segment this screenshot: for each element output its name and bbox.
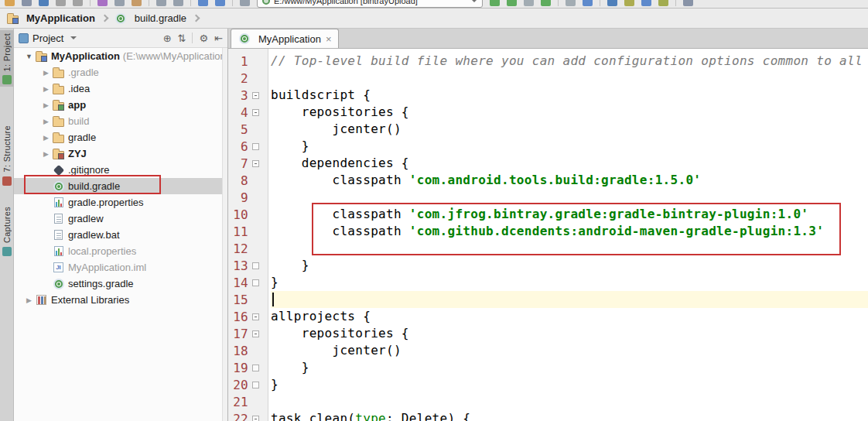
breadcrumb-item-project[interactable]: MyApplication [6, 12, 95, 25]
fold-end-icon[interactable] [252, 382, 259, 388]
code-line-8[interactable]: classpath 'com.android.tools.build:gradl… [271, 172, 868, 189]
fold-collapse-icon[interactable] [252, 92, 259, 99]
fold-collapse-icon[interactable] [252, 330, 259, 337]
code-line-12[interactable] [271, 240, 868, 257]
back-icon[interactable] [198, 0, 208, 6]
fold-collapse-icon[interactable] [252, 416, 259, 421]
expand-arrow-icon[interactable]: ▶ [23, 296, 35, 304]
tree-item-gradle[interactable]: ▶.gradle [14, 64, 227, 80]
tree-item-gradlew[interactable]: gradlew [14, 210, 227, 227]
code-line-13[interactable]: } [271, 257, 868, 274]
close-icon[interactable]: × [326, 34, 332, 44]
tree-item-gradlew-bat[interactable]: gradlew.bat [14, 227, 227, 243]
tool-window-button-captures[interactable]: Captures [0, 204, 14, 258]
tree-item-settings-gradle[interactable]: settings.gradle [14, 276, 227, 292]
fold-end-icon[interactable] [252, 262, 259, 269]
tool-window-button-7-structure[interactable]: 7: Structure [0, 122, 14, 187]
coverage-icon[interactable] [524, 0, 534, 6]
more-icon[interactable] [683, 0, 693, 6]
expand-arrow-icon[interactable]: ▶ [40, 101, 52, 109]
expand-arrow-icon[interactable]: ▶ [40, 150, 52, 158]
open-icon[interactable] [5, 0, 15, 6]
tree-item-gradle-properties[interactable]: gradle.properties [14, 194, 227, 210]
sync-icon[interactable] [39, 0, 49, 6]
run-configuration-dropdown[interactable]: E:/www/MyApplication [bintrayUpload] [257, 0, 483, 8]
save-all-icon[interactable] [22, 0, 32, 6]
fold-end-icon[interactable] [252, 279, 259, 286]
line-number: 3 [228, 88, 248, 103]
run-icon[interactable] [490, 0, 500, 6]
fold-collapse-icon[interactable] [252, 160, 259, 167]
code-line-2[interactable] [271, 70, 868, 87]
check-updates-icon[interactable] [607, 0, 617, 6]
expand-arrow-icon[interactable]: ▶ [40, 69, 52, 77]
sdk-manager-icon[interactable] [641, 0, 651, 6]
expand-arrow-icon[interactable]: ▶ [40, 118, 52, 125]
tree-item-gradle[interactable]: ▶gradle [14, 129, 227, 145]
tree-item-label: .idea [68, 83, 90, 94]
code-line-4[interactable]: repositories { [271, 104, 868, 121]
locate-icon[interactable]: ⊕ [163, 33, 172, 44]
line-numbers-icon[interactable] [240, 0, 250, 6]
tree-scrollbar[interactable] [222, 48, 227, 421]
tree-item-external-libraries[interactable]: ▶External Libraries [14, 292, 227, 308]
undo-icon[interactable] [56, 0, 66, 6]
code-line-3[interactable]: buildscript { [271, 87, 868, 104]
fold-end-icon[interactable] [252, 365, 259, 371]
collapse-all-icon[interactable]: ⇅ [178, 33, 186, 44]
tree-item-app[interactable]: ▶app [14, 97, 227, 113]
project-structure-icon[interactable] [583, 0, 593, 6]
code-editor[interactable]: // Top-level build file where you can ad… [268, 49, 868, 421]
expand-arrow-icon[interactable]: ▶ [40, 134, 52, 142]
code-line-7[interactable]: dependencies { [271, 155, 868, 172]
code-line-19[interactable]: } [271, 359, 868, 376]
code-line-20[interactable]: } [271, 376, 868, 393]
expand-arrow-icon[interactable]: ▶ [40, 85, 52, 93]
code-line-21[interactable] [271, 393, 868, 410]
collapse-arrow-icon[interactable]: ▼ [23, 53, 35, 60]
hide-panel-icon[interactable]: ⇤ [214, 33, 223, 44]
settings-gear-icon[interactable]: ⚙ [199, 33, 208, 44]
paste-icon[interactable] [132, 0, 142, 6]
debug-icon[interactable] [507, 0, 517, 6]
tree-item-build-gradle[interactable]: build.gradle [14, 178, 227, 194]
replace-icon[interactable] [173, 0, 183, 6]
fold-collapse-icon[interactable] [252, 313, 259, 320]
editor-tab-myapplication[interactable]: MyApplication × [231, 29, 339, 48]
code-line-10[interactable]: classpath 'com.jfrog.bintray.gradle:grad… [271, 206, 868, 223]
tree-item-gitignore[interactable]: .gitignore [14, 162, 227, 178]
tree-item-myapplication-iml[interactable]: JIMyApplication.iml [14, 259, 227, 276]
tool-window-button-1-project[interactable]: 1: Project [0, 30, 14, 87]
module-folder-green-icon [52, 99, 65, 111]
forward-icon[interactable] [215, 0, 225, 6]
gradle-sync-icon[interactable] [624, 0, 634, 6]
code-line-5[interactable]: jcenter() [271, 121, 868, 138]
tree-item-local-properties[interactable]: local.properties [14, 243, 227, 259]
tree-item-build[interactable]: ▶build [14, 113, 227, 129]
breadcrumb-item-file[interactable]: build.gradle [114, 12, 186, 25]
code-line-6[interactable]: } [271, 138, 868, 155]
tree-item-myapplication[interactable]: ▼MyApplication(E:\www\MyApplication [14, 48, 227, 64]
code-line-14[interactable]: } [271, 274, 868, 291]
fold-collapse-icon[interactable] [252, 109, 259, 116]
attach-debugger-icon[interactable] [541, 0, 551, 6]
code-line-15[interactable] [271, 291, 868, 308]
redo-icon[interactable] [73, 0, 83, 6]
copy-icon[interactable] [114, 0, 125, 6]
tree-item-label: build.gradle [68, 180, 120, 192]
fold-end-icon[interactable] [252, 143, 259, 150]
code-line-17[interactable]: repositories { [271, 325, 868, 342]
code-line-16[interactable]: allprojects { [271, 308, 868, 325]
code-line-18[interactable]: jcenter() [271, 342, 868, 359]
find-icon[interactable] [156, 0, 166, 6]
tree-item-idea[interactable]: ▶.idea [14, 80, 227, 97]
project-view-selector[interactable]: Project [32, 33, 63, 44]
tree-item-zyj[interactable]: ▶ZYJ [14, 145, 227, 162]
code-line-11[interactable]: classpath 'com.github.dcendents:android-… [271, 223, 868, 240]
code-line-1[interactable]: // Top-level build file where you can ad… [271, 53, 868, 70]
ui-pointer-icon[interactable] [566, 0, 576, 6]
code-line-9[interactable] [271, 189, 868, 206]
code-line-22[interactable]: task clean(type: Delete) { [271, 410, 868, 421]
cut-icon[interactable] [97, 0, 108, 6]
android-monitor-icon[interactable] [658, 0, 668, 6]
